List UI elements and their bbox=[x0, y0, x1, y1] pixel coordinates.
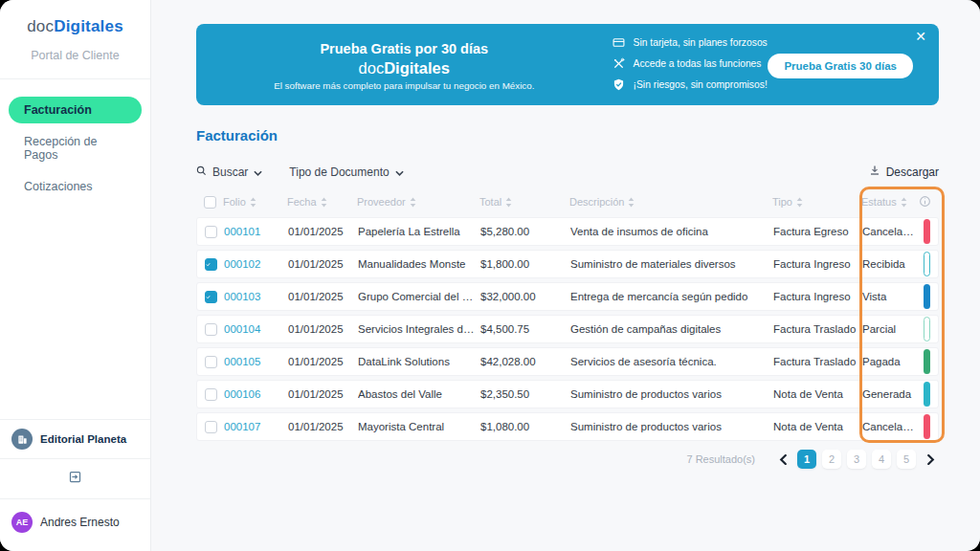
sidebar-item-recepcion-de-pagos[interactable]: Recepción de Pagos bbox=[9, 128, 142, 168]
row-checkbox[interactable] bbox=[205, 388, 217, 401]
table-row[interactable]: 000105 01/01/2025 DataLink Solutions $42… bbox=[196, 347, 939, 376]
free-trial-button[interactable]: Prueba Gratis 30 días bbox=[768, 54, 913, 78]
sort-icon bbox=[250, 197, 256, 208]
filter-bar: Buscar Tipo de Documento Descargar bbox=[196, 165, 939, 179]
results-count: 7 Resultado(s) bbox=[686, 453, 755, 465]
search-label: Buscar bbox=[212, 165, 248, 179]
brand-suffix: Digitales bbox=[54, 17, 123, 35]
column-header-fecha[interactable]: Fecha bbox=[287, 196, 357, 208]
folio-link[interactable]: 000107 bbox=[224, 421, 288, 432]
folio-link[interactable]: 000105 bbox=[224, 356, 288, 367]
total-cell: $1,800.00 bbox=[480, 258, 570, 270]
folio-link[interactable]: 000104 bbox=[224, 323, 288, 335]
fecha-cell: 01/01/2025 bbox=[288, 258, 358, 270]
status-bar bbox=[924, 414, 930, 439]
descripcion-cell: Venta de insumos de oficina bbox=[570, 226, 773, 237]
logout-button[interactable] bbox=[0, 458, 150, 498]
estatus-cell: Vista bbox=[862, 291, 920, 302]
sort-icon bbox=[321, 197, 327, 208]
doc-type-label: Tipo de Documento bbox=[289, 165, 389, 179]
page-button-4[interactable]: 4 bbox=[872, 450, 891, 469]
row-checkbox[interactable] bbox=[205, 323, 217, 336]
sidebar-item-facturacion[interactable]: Facturación bbox=[9, 97, 142, 123]
total-cell: $2,350.50 bbox=[480, 388, 570, 400]
sidebar-nav: FacturaciónRecepción de PagosCotizacione… bbox=[0, 97, 150, 200]
descripcion-cell: Suministro de productos varios bbox=[570, 421, 773, 432]
column-header-folio[interactable]: Folio bbox=[223, 196, 287, 208]
row-checkbox[interactable] bbox=[205, 226, 217, 238]
folio-link[interactable]: 000106 bbox=[224, 388, 288, 400]
estatus-cell: Parcial bbox=[862, 323, 920, 335]
folio-link[interactable]: 000103 bbox=[224, 291, 288, 302]
close-icon[interactable]: ✕ bbox=[915, 30, 926, 43]
download-icon bbox=[869, 165, 880, 179]
folio-link[interactable]: 000101 bbox=[224, 226, 288, 237]
pagination: 7 Resultado(s) 12345 bbox=[196, 450, 939, 469]
select-all-checkbox[interactable] bbox=[204, 196, 216, 209]
building-icon bbox=[11, 429, 33, 450]
column-header-label: Fecha bbox=[287, 196, 317, 208]
row-checkbox[interactable] bbox=[205, 421, 217, 433]
download-button[interactable]: Descargar bbox=[869, 165, 939, 179]
tipo-cell: Factura Ingreso bbox=[773, 258, 862, 270]
table-row[interactable]: 000106 01/01/2025 Abastos del Valle $2,3… bbox=[196, 380, 939, 408]
prev-page-icon[interactable] bbox=[774, 450, 791, 469]
row-checkbox[interactable] bbox=[205, 291, 217, 303]
doc-type-dropdown[interactable]: Tipo de Documento bbox=[289, 165, 403, 179]
download-label: Descargar bbox=[886, 165, 939, 179]
sidebar-divider bbox=[0, 78, 150, 79]
estatus-info-cell bbox=[919, 195, 931, 209]
total-cell: $42,028.00 bbox=[480, 356, 570, 367]
column-header-label: Estatus bbox=[861, 196, 897, 208]
status-bar bbox=[924, 284, 930, 309]
tipo-cell: Factura Traslado bbox=[773, 356, 862, 367]
tools-icon bbox=[612, 57, 625, 70]
table-body: 000101 01/01/2025 Papelería La Estrella … bbox=[196, 217, 939, 441]
column-header-tipo[interactable]: Tipo bbox=[772, 196, 861, 208]
info-icon[interactable] bbox=[919, 195, 931, 209]
column-header-proveedor[interactable]: Proveedor bbox=[357, 196, 479, 208]
folio-link[interactable]: 000102 bbox=[224, 258, 288, 270]
page-button-2[interactable]: 2 bbox=[822, 450, 841, 469]
descripcion-cell: Entrega de mercancía según pedido bbox=[570, 291, 773, 302]
tipo-cell: Factura Ingreso bbox=[773, 291, 862, 302]
sidebar: docDigitales Portal de Cliente Facturaci… bbox=[0, 0, 151, 551]
column-header-descripcion[interactable]: Descripción bbox=[569, 196, 772, 208]
row-checkbox[interactable] bbox=[205, 356, 217, 368]
search-dropdown[interactable]: Buscar bbox=[196, 165, 262, 179]
user-item[interactable]: AE Andres Ernesto bbox=[0, 498, 150, 551]
row-checkbox[interactable] bbox=[205, 258, 217, 271]
brand-prefix: doc bbox=[27, 17, 54, 35]
user-name: Andres Ernesto bbox=[40, 516, 120, 529]
sort-icon bbox=[901, 197, 907, 208]
organization-item[interactable]: Editorial Planeta bbox=[0, 419, 150, 458]
tipo-cell: Factura Egreso bbox=[773, 226, 862, 237]
column-header-label: Folio bbox=[223, 196, 246, 208]
promo-title: Prueba Gratis por 30 días bbox=[320, 41, 488, 56]
table-row[interactable]: 000101 01/01/2025 Papelería La Estrella … bbox=[196, 217, 939, 246]
avatar: AE bbox=[11, 512, 33, 533]
estatus-cell: Generada bbox=[862, 388, 920, 400]
status-bar bbox=[924, 349, 930, 374]
status-bar bbox=[924, 317, 930, 342]
fecha-cell: 01/01/2025 bbox=[288, 323, 358, 335]
table-row[interactable]: 000107 01/01/2025 Mayorista Central $1,0… bbox=[196, 412, 939, 441]
page-buttons: 12345 bbox=[797, 450, 916, 469]
table-row[interactable]: 000104 01/01/2025 Servicios Integrales d… bbox=[196, 315, 939, 343]
page-button-3[interactable]: 3 bbox=[847, 450, 866, 469]
sidebar-item-cotizaciones[interactable]: Cotizaciones bbox=[9, 173, 142, 200]
column-header-estatus[interactable]: Estatus bbox=[861, 196, 919, 208]
table-row[interactable]: 000103 01/01/2025 Grupo Comercial del C.… bbox=[196, 282, 939, 311]
page-button-1[interactable]: 1 bbox=[797, 450, 816, 469]
promo-banner: Prueba Gratis por 30 días docDigitales E… bbox=[196, 24, 939, 105]
tipo-cell: Nota de Venta bbox=[773, 421, 862, 432]
proveedor-cell: Manualidades Monste bbox=[358, 258, 480, 270]
proveedor-cell: Mayorista Central bbox=[358, 421, 480, 432]
next-page-icon[interactable] bbox=[922, 450, 939, 469]
logout-icon bbox=[68, 470, 82, 488]
table-row[interactable]: 000102 01/01/2025 Manualidades Monste $1… bbox=[196, 250, 939, 278]
page-button-5[interactable]: 5 bbox=[897, 450, 916, 469]
banner-feature-text: Accede a todas las funciones bbox=[634, 58, 762, 69]
main-content: Prueba Gratis por 30 días docDigitales E… bbox=[151, 0, 980, 551]
column-header-total[interactable]: Total bbox=[479, 196, 569, 208]
